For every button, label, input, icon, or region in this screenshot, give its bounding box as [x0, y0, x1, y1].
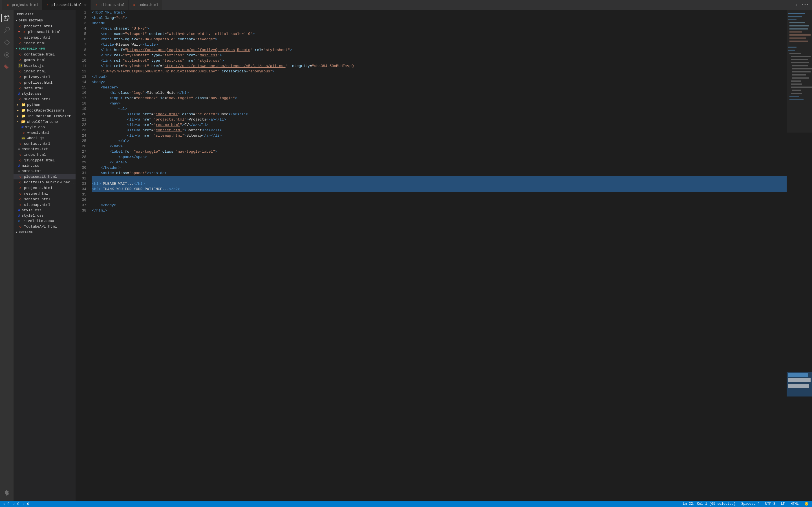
file-portfolio-rubric[interactable]: ◇ Portfolio Rubric-Chec... — [13, 179, 75, 185]
outline-header[interactable]: ▶ OUTLINE — [13, 229, 75, 235]
tab-close-button[interactable]: ✕ — [84, 3, 87, 7]
line-num-2: 2 — [75, 15, 86, 20]
line-num-21: 21 — [75, 117, 86, 122]
syntax-token: id — [160, 96, 165, 101]
syntax-token: </body> — [101, 203, 116, 208]
file-style2[interactable]: # style.css — [13, 208, 75, 213]
open-editor-index[interactable]: ◇ index.html — [13, 40, 75, 46]
open-editor-sitemap[interactable]: ◇ sitemap.html — [13, 35, 75, 40]
portfolio-header[interactable]: ▾ PORTFOLIO 4PM — [13, 46, 75, 52]
file-index2[interactable]: ◇ index.html — [13, 152, 75, 158]
file-icon-html: ◇ — [21, 130, 26, 135]
activity-item-search[interactable] — [1, 24, 12, 36]
code-area[interactable]: <!DOCTYPE html> <html lang="en"> <head> … — [90, 10, 786, 501]
file-success[interactable]: ◇ success.html — [13, 96, 75, 102]
open-editors-header[interactable]: ▾ OPEN EDITORS — [13, 18, 75, 23]
activity-item-debug[interactable] — [1, 49, 12, 61]
portfolio-label: PORTFOLIO 4PM — [19, 47, 45, 50]
activity-item-explorer[interactable] — [1, 12, 12, 23]
split-editor-button[interactable]: ⊞ — [794, 1, 798, 8]
tab-sitemap[interactable]: ◇ sitemap.html — [91, 0, 128, 10]
syntax-token: "projects.html" — [153, 117, 186, 122]
code-line-9: <link rel="stylesheet" type="text/css" h… — [92, 53, 786, 58]
file-main-css[interactable]: # main.css — [13, 163, 75, 168]
css-hash-icon: # — [18, 164, 20, 168]
outline-label: OUTLINE — [19, 230, 33, 234]
file-cssnotes[interactable]: ≡ cssnotes.txt — [13, 147, 75, 152]
file-contact[interactable]: ◇ contact.html — [13, 141, 75, 147]
syntax-token: href — [142, 117, 151, 122]
file-notes[interactable]: ≡ notes.txt — [13, 168, 75, 174]
syntax-token: = — [130, 90, 132, 96]
status-position[interactable]: Ln 32, Col 1 (65 selected) — [682, 502, 737, 506]
code-line-8: <link href="https://fonts.googleapis.com… — [92, 47, 786, 53]
more-actions-button[interactable]: ••• — [801, 2, 810, 8]
error-icon: ✕ — [3, 502, 5, 506]
status-bar: ✕ 0 ⚠ 0 ⚡ 0 Ln 32, Col 1 (65 selected) S… — [0, 501, 812, 507]
folder-python[interactable]: ▶ 📁 python — [13, 102, 75, 108]
syntax-token: </title> — [140, 42, 158, 47]
folder-wheeloffortune[interactable]: ▾ 📂 wheelOfFortune — [13, 119, 75, 124]
editor-content[interactable]: 1 2 3 4 5 6 7 8 9 10 11 12 13 14 15 16 1… — [75, 10, 812, 501]
file-privacy[interactable]: ◇ privacy.html — [13, 74, 75, 80]
file-sitemap[interactable]: ◇ sitemap.html — [13, 202, 75, 208]
file-games[interactable]: ◇ games.html — [13, 57, 75, 63]
file-projects[interactable]: ◇ projects.html — [13, 185, 75, 191]
file-seniors[interactable]: ◇ seniors.html — [13, 196, 75, 202]
syntax-token: <li><a — [127, 122, 143, 128]
file-wheel-js[interactable]: JS wheel.js — [13, 135, 75, 141]
file-youtubeapi[interactable]: ◇ YoutubeAPI.html — [13, 224, 75, 229]
open-editors-label: OPEN EDITORS — [19, 19, 43, 22]
close-dot-icon[interactable]: ● — [18, 30, 20, 34]
file-icon-html: ◇ — [18, 203, 22, 207]
syntax-token: "nav-toggle" — [209, 96, 235, 101]
syntax-token — [219, 69, 221, 74]
status-smiley[interactable]: 🙂 — [803, 502, 810, 506]
syntax-token: <meta — [101, 26, 114, 31]
file-hearts[interactable]: JS hearts.js — [13, 63, 75, 68]
line-num-9: 9 — [75, 53, 86, 58]
file-travelsite[interactable]: W travelsite.docx — [13, 218, 75, 224]
txt-icon: ≡ — [18, 147, 20, 151]
syntax-token: = — [165, 96, 167, 101]
activity-item-git[interactable] — [1, 37, 12, 48]
file-profiles[interactable]: ◇ profiles.html — [13, 80, 75, 86]
syntax-token: "main.css" — [198, 53, 220, 58]
file-wheel-style[interactable]: # style.css — [13, 124, 75, 130]
open-editor-pleasewait[interactable]: ● ◇ pleasewait.html — [13, 29, 75, 35]
line-num-33: 33 — [75, 181, 86, 186]
file-jssnippet[interactable]: ◇ jsSnippet.html — [13, 158, 75, 163]
tab-pleasewait[interactable]: ◇ pleasewait.html ✕ — [42, 0, 91, 10]
syntax-token: crossorigin — [221, 69, 246, 74]
syntax-token: <link — [101, 47, 114, 53]
syntax-token: "stylesheet" — [123, 63, 149, 69]
file-contactme[interactable]: ◇ contactme.html — [13, 52, 75, 57]
status-spaces[interactable]: Spaces: 4 — [740, 502, 761, 506]
folder-rockpaperscissors[interactable]: ▶ 📁 RockPaperScissors — [13, 108, 75, 113]
syntax-token: > — [272, 69, 274, 74]
file-pleasewait[interactable]: ◇ pleasewait.html — [13, 174, 75, 179]
file-safe[interactable]: ◇ safe.html — [13, 86, 75, 91]
file-icon-js: JS — [18, 63, 22, 68]
status-language[interactable]: HTML — [790, 502, 800, 506]
file-index1[interactable]: ◇ index.html — [13, 68, 75, 74]
open-editor-projects[interactable]: ◇ projects.html — [13, 23, 75, 29]
syntax-token: <h2> — [92, 186, 101, 192]
folder-martian-traveler[interactable]: ▶ 📁 The Martian Traveler — [13, 113, 75, 119]
activity-item-extensions[interactable] — [1, 62, 12, 73]
status-line-ending[interactable]: LF — [780, 502, 786, 506]
tab-projects[interactable]: ◇ projects.html — [2, 0, 42, 10]
activity-item-settings[interactable] — [1, 487, 12, 499]
file-resume[interactable]: ◇ resume.html — [13, 191, 75, 196]
status-encoding[interactable]: UTF-8 — [764, 502, 776, 506]
code-line-30: </header> — [92, 165, 786, 170]
code-line-22: <li><a href="resume.html">CV</a></li> — [92, 122, 786, 128]
syntax-token — [253, 47, 255, 53]
file-style1[interactable]: # style1.css — [13, 213, 75, 218]
file-wheel-html[interactable]: ◇ wheel.html — [13, 130, 75, 135]
file-style-css[interactable]: # style.css — [13, 91, 75, 96]
tab-index[interactable]: ◇ index.html — [129, 0, 162, 10]
syntax-token: PLEASE WAIT... — [101, 181, 134, 186]
status-errors[interactable]: ✕ 0 ⚠ 0 ⚡ 0 — [2, 502, 30, 506]
line-num-13: 13 — [75, 74, 86, 79]
